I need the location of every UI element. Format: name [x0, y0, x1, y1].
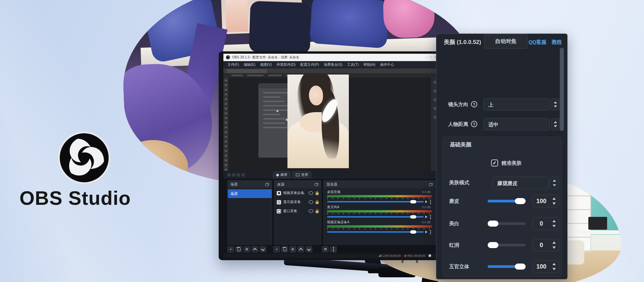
- stepper-up-icon[interactable]: [552, 197, 556, 200]
- skin-mode-label: 美肤模式: [449, 180, 469, 186]
- panel-row: [263, 118, 288, 120]
- visibility-eye-icon[interactable]: [309, 191, 313, 195]
- lock-icon[interactable]: [316, 192, 319, 195]
- toolbar-icon[interactable]: [227, 173, 231, 177]
- mixer-channel-header: 麦克风A 0.0 dB: [327, 205, 432, 209]
- slider-track[interactable]: [488, 200, 526, 202]
- combo-select[interactable]: 上: [483, 98, 550, 110]
- slider-handle[interactable]: [515, 264, 526, 270]
- help-link[interactable]: 教程: [552, 39, 562, 45]
- scene-item[interactable]: 场景: [228, 189, 272, 198]
- scene-down-button[interactable]: [260, 246, 266, 252]
- dock-stack-icon[interactable]: [265, 183, 269, 186]
- lock-icon[interactable]: [316, 201, 319, 204]
- lock-icon[interactable]: [316, 210, 319, 213]
- channel-menu-icon[interactable]: [430, 201, 431, 202]
- promo-stage: OBS Studio OBS 29.1.3 - 配置文件: 未命名 - 场景: …: [0, 0, 644, 282]
- volume-slider[interactable]: [327, 231, 424, 233]
- menu-item[interactable]: 文件(F): [225, 62, 241, 68]
- volume-slider[interactable]: [327, 201, 424, 202]
- help-question-icon[interactable]: ?: [471, 121, 477, 127]
- stepper-up-icon[interactable]: [552, 220, 556, 222]
- add-source-button[interactable]: +: [273, 246, 280, 252]
- beauty-panel-title: 美颜 (1.0.0.52): [444, 38, 481, 46]
- mixer-menu-button[interactable]: [330, 246, 337, 252]
- source-controls: [309, 200, 319, 204]
- panel-scrollbar[interactable]: [560, 48, 564, 131]
- stepper-down-icon[interactable]: [552, 225, 556, 227]
- source-up-button[interactable]: [298, 246, 304, 252]
- volume-slider-handle[interactable]: [410, 200, 416, 203]
- add-scene-button[interactable]: +: [227, 246, 234, 252]
- photoshop-toolbar: [223, 78, 228, 171]
- scene-up-button[interactable]: [252, 246, 258, 252]
- slider-handle[interactable]: [488, 242, 498, 248]
- volume-slider[interactable]: [327, 216, 424, 218]
- view-tab[interactable]: 竖屏: [292, 172, 311, 178]
- combo-spinner[interactable]: [551, 118, 560, 130]
- visibility-eye-icon[interactable]: [309, 200, 313, 204]
- help-question-icon[interactable]: ?: [471, 101, 477, 107]
- channel-menu-icon[interactable]: [430, 217, 431, 218]
- menu-item[interactable]: 工具(T): [345, 62, 361, 68]
- volume-slider-handle[interactable]: [410, 230, 416, 234]
- stepper-down-icon[interactable]: [552, 268, 556, 270]
- stepper-down-icon[interactable]: [552, 202, 556, 205]
- menu-item[interactable]: 场景集合(S): [322, 62, 344, 68]
- toolbar-icon[interactable]: [237, 173, 240, 177]
- slider-handle[interactable]: [515, 198, 526, 204]
- slider-value-box: 100: [532, 195, 559, 207]
- menu-item[interactable]: 帮助(H): [361, 62, 377, 68]
- source-item[interactable]: 显示器采集: [274, 198, 321, 206]
- slider-value: 0: [533, 239, 550, 251]
- source-properties-button[interactable]: ⚙: [289, 246, 296, 252]
- skin-mode-select[interactable]: 朦胧磨皮: [492, 177, 549, 189]
- beauty-action-button[interactable]: 自动对焦: [484, 34, 528, 49]
- source-type-icon: [277, 191, 281, 195]
- slider-track[interactable]: [488, 244, 526, 246]
- volume-slider-handle[interactable]: [410, 215, 416, 219]
- source-label: 显示器采集: [283, 200, 301, 204]
- source-item[interactable]: 视频采集设备A: [274, 189, 321, 197]
- precise-skin-checkbox[interactable]: ✓: [491, 159, 498, 167]
- remove-source-button[interactable]: [281, 246, 288, 252]
- toolbar-icon[interactable]: [232, 173, 235, 177]
- channel-menu-icon[interactable]: [430, 232, 431, 233]
- slider-track[interactable]: [488, 222, 526, 225]
- scene-filters-button[interactable]: ⚙: [244, 246, 250, 252]
- toolbar-icon[interactable]: [241, 173, 245, 177]
- speaker-icon[interactable]: [425, 231, 427, 233]
- skin-mode-spinner[interactable]: [550, 177, 559, 189]
- mixer-settings-button[interactable]: ⚒: [322, 246, 329, 252]
- slider-handle[interactable]: [488, 221, 498, 227]
- remove-scene-button[interactable]: [235, 246, 242, 252]
- slider-track[interactable]: [488, 265, 526, 268]
- combo-spinner[interactable]: [551, 98, 560, 110]
- stepper-down-icon[interactable]: [552, 246, 556, 249]
- maximize-icon[interactable]: □: [430, 56, 432, 59]
- menu-item[interactable]: 停靠部件(D): [274, 62, 298, 68]
- status-square-icon: [429, 254, 431, 257]
- beauty-slider-row: 五官立体 100: [436, 260, 567, 273]
- stepper-up-icon[interactable]: [552, 241, 556, 244]
- stepper-up-icon[interactable]: [552, 263, 556, 265]
- speaker-icon[interactable]: [425, 200, 427, 203]
- mixer-channel-header: 视频采集设备A 0.0 dB: [327, 220, 432, 225]
- obs-window-title: OBS 29.1.3 - 配置文件: 未命名 - 场景: 未命名: [232, 55, 300, 60]
- combo-select[interactable]: 适中: [483, 118, 550, 130]
- dock-stack-icon[interactable]: [315, 183, 318, 186]
- menu-item[interactable]: 视图(V): [258, 62, 274, 68]
- menu-item[interactable]: 配置文件(P): [298, 62, 321, 68]
- signal-icon: [379, 254, 381, 257]
- menu-item[interactable]: 编辑(E): [241, 62, 257, 68]
- visibility-eye-icon[interactable]: [309, 209, 313, 213]
- source-item[interactable]: 窗口采集: [274, 207, 321, 215]
- view-tab[interactable]: 横屏: [273, 172, 290, 178]
- artwork-layer: [225, 0, 249, 32]
- speaker-icon[interactable]: [425, 216, 427, 218]
- menu-item[interactable]: 插件中心: [378, 62, 396, 68]
- source-down-button[interactable]: [306, 246, 312, 252]
- help-link[interactable]: QQ客服: [529, 39, 546, 45]
- minimize-icon[interactable]: –: [426, 56, 427, 59]
- dock-stack-icon[interactable]: [429, 183, 433, 186]
